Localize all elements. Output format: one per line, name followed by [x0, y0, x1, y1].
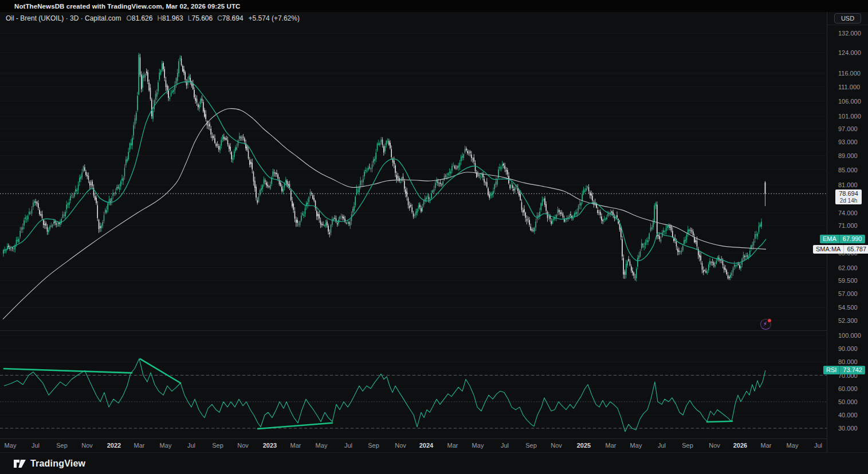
ohlc-item: H81.963 [157, 14, 183, 22]
quick-trade-icon[interactable]: ⚡ [760, 319, 771, 330]
price-tick: 111.000 [838, 83, 860, 91]
alert-dot [767, 318, 772, 323]
change-value: +5.574 (+7.62%) [249, 14, 300, 22]
time-axis-label: Sep [205, 442, 230, 449]
rsi-name: RSI [823, 366, 839, 374]
time-axis-label: Mar [127, 442, 152, 449]
price-axis[interactable]: USD 132.000124.000116.000111.000106.0001… [827, 12, 868, 452]
tradingview-logo[interactable]: TradingView [14, 458, 85, 469]
time-axis-label: May [780, 442, 805, 449]
time-axis-label: Jul [336, 442, 361, 449]
price-tick: 132.000 [838, 29, 861, 37]
time-axis-label: Mar [598, 442, 623, 449]
time-axis-year-label: 2023 [257, 442, 282, 449]
tradingview-chart-window: NotTheNewsDB created with TradingView.co… [0, 0, 868, 474]
time-axis-year-label: 2025 [571, 442, 596, 449]
sma-value: 65.787 [843, 245, 868, 254]
attribution-text: NotTheNewsDB created with TradingView.co… [14, 3, 240, 10]
chart-legend: Oil - Brent (UKOIL) · 3D · Capital.com O… [6, 14, 300, 22]
currency-toggle-button[interactable]: USD [834, 13, 861, 23]
time-axis-label: May [623, 442, 649, 449]
sma-value-label: SMA:MA 65.787 [813, 245, 868, 254]
rsi-tick: 30.000 [838, 424, 858, 432]
time-axis-label: Jul [179, 442, 204, 449]
axis-header-separator [827, 25, 868, 25]
time-axis-year-label: 2026 [728, 442, 753, 449]
time-axis-label: Sep [519, 442, 544, 449]
attribution-bar: NotTheNewsDB created with TradingView.co… [0, 0, 868, 12]
footer-bar: TradingView [0, 452, 868, 474]
time-axis-label: Sep [361, 442, 386, 449]
rsi-tick: 100.000 [838, 331, 861, 339]
time-axis-label: Nov [388, 442, 413, 449]
price-tick: 59.500 [838, 276, 858, 285]
price-tick: 106.000 [838, 97, 861, 105]
price-tick: 74.000 [838, 209, 858, 217]
time-axis-year-label: 2024 [414, 442, 439, 449]
price-tick: 81.000 [838, 181, 858, 189]
ohlc-item: O81.626 [126, 14, 152, 22]
price-tick: 93.000 [838, 138, 858, 146]
rsi-tick: 90.000 [838, 345, 858, 353]
time-axis-label: May [465, 442, 490, 449]
price-tick: 116.000 [838, 69, 861, 77]
time-axis-label: May [309, 442, 334, 449]
time-axis-label: Mar [440, 442, 465, 449]
time-axis-label: Nov [702, 442, 727, 449]
price-tick: 54.500 [838, 303, 858, 311]
price-tick: 89.000 [838, 152, 858, 160]
panel-separator[interactable] [0, 330, 868, 331]
price-tick: 57.000 [838, 290, 858, 298]
time-axis-label: May [153, 442, 178, 449]
price-tick: 101.000 [838, 112, 861, 120]
sma-name: SMA:MA [813, 245, 843, 254]
time-axis-label: Mar [283, 442, 308, 449]
price-tick: 85.000 [838, 166, 858, 174]
time-axis-label: Sep [49, 442, 74, 449]
ohlc-values: O81.626H81.963L75.606C78.694 [126, 14, 243, 22]
time-axis-label: Nov [74, 442, 100, 449]
candlestick-chart[interactable] [0, 0, 827, 452]
price-tick: 62.000 [838, 264, 858, 272]
price-tick: 52.300 [838, 317, 858, 325]
time-axis-label: Sep [675, 442, 700, 449]
price-tick: 97.000 [838, 125, 858, 133]
ohlc-item: C78.694 [217, 14, 243, 22]
time-axis-label: Jul [23, 442, 48, 449]
time-axis-label: Jul [492, 442, 517, 449]
ema-value-label: EMA 67.990 [820, 235, 865, 243]
time-axis-label: Nov [230, 442, 256, 449]
ema-value: 67.990 [839, 235, 865, 243]
time-axis-label: Mar [753, 442, 779, 449]
rsi-value: 73.742 [839, 366, 865, 374]
time-axis-year-label: 2022 [101, 442, 127, 449]
time-axis-label: Nov [544, 442, 569, 449]
rsi-value-label: RSI 73.742 [823, 366, 865, 374]
symbol-title[interactable]: Oil - Brent (UKOIL) · 3D · Capital.com [6, 14, 121, 22]
rsi-tick: 80.000 [838, 358, 858, 366]
ohlc-item: L75.606 [188, 14, 213, 22]
last-price-label: 78.694 2d 14h [835, 189, 862, 204]
lightning-bolt-icon: ⚡ [763, 321, 767, 327]
tradingview-logo-text: TradingView [30, 459, 85, 469]
tradingview-logo-icon [14, 458, 26, 469]
rsi-tick: 50.000 [838, 398, 858, 406]
time-axis-label: Jul [649, 442, 674, 449]
time-axis[interactable]: MayJulSepNov2022MarMayJulSepNov2023MarMa… [0, 439, 868, 453]
price-tick: 124.000 [838, 49, 861, 57]
bar-countdown: 2d 14h [835, 198, 862, 204]
ema-name: EMA [820, 235, 839, 243]
price-tick: 71.000 [838, 222, 858, 230]
rsi-tick: 60.000 [838, 385, 858, 393]
last-price-value: 78.694 [835, 189, 862, 198]
rsi-tick: 40.000 [838, 411, 858, 419]
time-axis-label: May [0, 442, 23, 449]
